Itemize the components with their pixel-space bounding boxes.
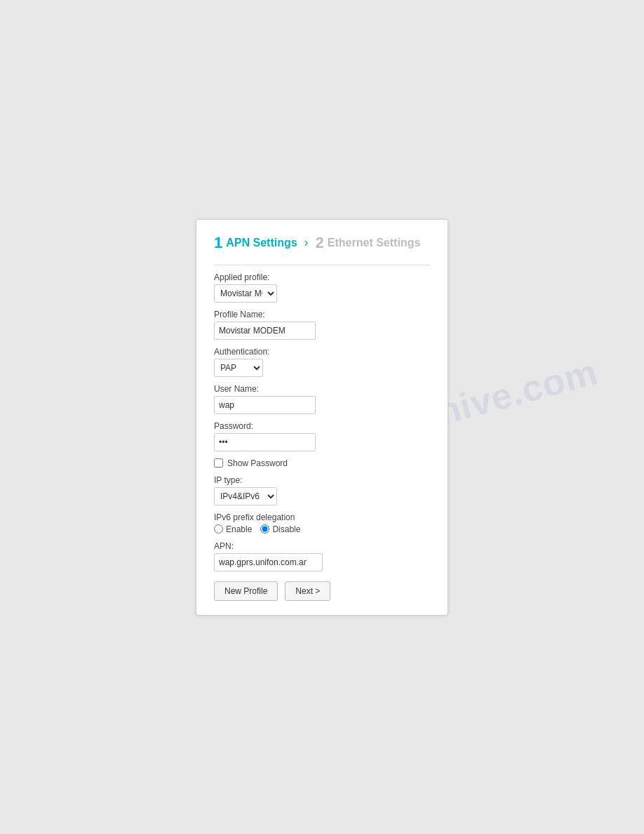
page-wrapper: manualshive.com 1 APN Settings › 2 Ether… bbox=[0, 0, 644, 834]
applied-profile-label: Applied profile: bbox=[214, 272, 430, 282]
authentication-group: Authentication: PAP CHAP None bbox=[214, 347, 430, 377]
step-arrow-icon: › bbox=[304, 235, 309, 250]
profile-name-group: Profile Name: bbox=[214, 310, 430, 340]
button-row: New Profile Next > bbox=[214, 581, 430, 601]
username-input[interactable] bbox=[214, 396, 316, 414]
ipv6-prefix-label: IPv6 prefix delegation bbox=[214, 512, 430, 522]
applied-profile-group: Applied profile: Movistar MODEM bbox=[214, 272, 430, 303]
show-password-row: Show Password bbox=[214, 458, 430, 468]
step2-inactive: 2 Ethernet Settings bbox=[316, 234, 421, 252]
username-group: User Name: bbox=[214, 384, 430, 414]
enable-label: Enable bbox=[226, 524, 252, 534]
username-label: User Name: bbox=[214, 384, 430, 394]
settings-card: 1 APN Settings › 2 Ethernet Settings App… bbox=[196, 219, 448, 616]
show-password-checkbox[interactable] bbox=[214, 458, 223, 468]
ipv6-radio-row: Enable Disable bbox=[214, 524, 430, 534]
profile-name-input[interactable] bbox=[214, 322, 316, 340]
authentication-label: Authentication: bbox=[214, 347, 430, 357]
disable-option: Disable bbox=[260, 524, 300, 534]
enable-option: Enable bbox=[214, 524, 252, 534]
ip-type-select[interactable]: IPv4 IPv6 IPv4&IPv6 bbox=[214, 487, 277, 505]
disable-label: Disable bbox=[272, 524, 300, 534]
profile-name-label: Profile Name: bbox=[214, 310, 430, 319]
step2-number: 2 bbox=[316, 234, 324, 252]
step-header: 1 APN Settings › 2 Ethernet Settings bbox=[214, 234, 430, 252]
step1-active: 1 APN Settings bbox=[214, 234, 297, 252]
ip-type-label: IP type: bbox=[214, 475, 430, 485]
enable-radio[interactable] bbox=[214, 524, 223, 534]
new-profile-button[interactable]: New Profile bbox=[214, 581, 278, 601]
password-input[interactable] bbox=[214, 433, 316, 451]
password-label: Password: bbox=[214, 421, 430, 431]
apn-input[interactable] bbox=[214, 553, 323, 571]
step2-label: Ethernet Settings bbox=[328, 237, 420, 249]
applied-profile-select[interactable]: Movistar MODEM bbox=[214, 284, 277, 303]
disable-radio[interactable] bbox=[260, 524, 269, 534]
step1-number: 1 bbox=[214, 234, 222, 252]
apn-label: APN: bbox=[214, 541, 430, 551]
show-password-label: Show Password bbox=[227, 458, 288, 468]
ipv6-prefix-group: IPv6 prefix delegation Enable Disable bbox=[214, 512, 430, 534]
divider bbox=[214, 265, 430, 265]
step1-label: APN Settings bbox=[226, 237, 297, 249]
ip-type-group: IP type: IPv4 IPv6 IPv4&IPv6 bbox=[214, 475, 430, 505]
authentication-select[interactable]: PAP CHAP None bbox=[214, 359, 263, 377]
next-button[interactable]: Next > bbox=[285, 581, 330, 601]
apn-group: APN: bbox=[214, 541, 430, 571]
password-group: Password: bbox=[214, 421, 430, 451]
